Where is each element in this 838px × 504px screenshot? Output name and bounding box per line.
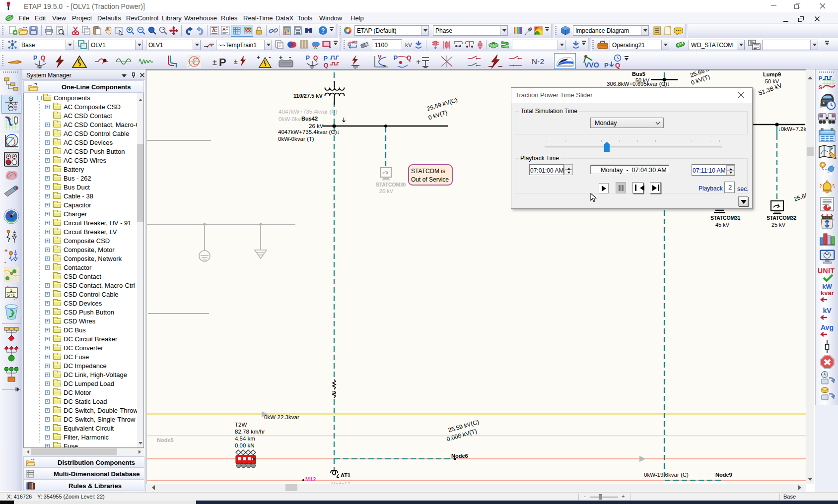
svg-text:?: ? <box>321 27 325 34</box>
svg-text:-: - <box>4 259 6 265</box>
svg-text:S+1: S+1 <box>7 293 15 298</box>
svg-text:+: + <box>257 55 260 61</box>
svg-text:Q: Q <box>324 62 328 68</box>
svg-text:P: P <box>394 55 398 62</box>
svg-text:A: A <box>222 27 226 32</box>
svg-text:P: P <box>324 55 328 62</box>
svg-text:-: - <box>269 55 271 61</box>
svg-text:P: P <box>604 62 609 69</box>
svg-text:±: ± <box>212 58 217 66</box>
svg-text:Q: Q <box>313 55 318 62</box>
svg-text:VVO: VVO <box>584 61 599 68</box>
svg-text:S: S <box>819 84 822 90</box>
svg-text:+: + <box>4 248 7 253</box>
svg-text:+: + <box>416 58 420 66</box>
svg-text:±: ± <box>234 58 238 65</box>
svg-text:A: A <box>212 28 215 33</box>
svg-text:P: P <box>219 56 226 68</box>
svg-text:P: P <box>819 75 822 81</box>
svg-text:Q: Q <box>41 55 45 62</box>
svg-text:P: P <box>306 55 310 62</box>
svg-text:1: 1 <box>10 288 12 293</box>
svg-text:Q: Q <box>615 62 620 69</box>
svg-text:P: P <box>33 55 37 62</box>
